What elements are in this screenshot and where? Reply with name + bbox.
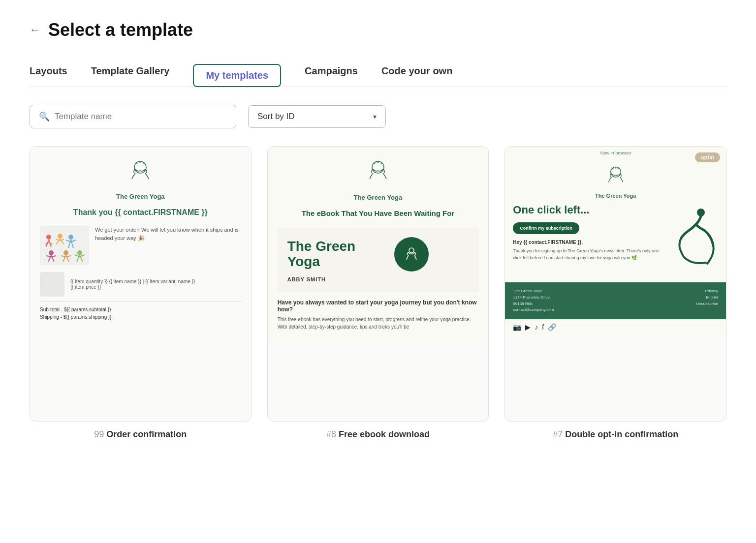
template-card-optin[interactable]: optin View in browser The Green Yoga [504, 146, 726, 440]
t2-heading: The eBook That You Have Been Waiting For [278, 208, 479, 218]
t3-logo: The Green Yoga [505, 159, 726, 199]
sort-label: Sort by ID [257, 112, 295, 121]
svg-point-14 [68, 235, 73, 240]
t2-subheading: Have you always wanted to start your yog… [278, 299, 479, 313]
svg-point-9 [58, 234, 63, 239]
svg-point-40 [612, 168, 613, 169]
t2-author: ABBY SMITH [287, 276, 469, 282]
facebook-icon: f [542, 323, 544, 331]
tab-my-templates[interactable]: My templates [193, 64, 281, 87]
t3-footer-links: Privacy Imprint Unsubscribe [696, 288, 718, 313]
tiktok-icon: ♪ [535, 323, 538, 331]
t1-totals: Sub-total - ${{ params.subtotal }} Shipp… [40, 307, 241, 320]
t1-item-image [40, 272, 64, 297]
svg-point-36 [377, 161, 379, 163]
svg-point-24 [63, 250, 68, 255]
t3-body: Thank you for signing up to The Green Yo… [513, 248, 669, 261]
svg-point-38 [409, 248, 414, 253]
t3-right-col [674, 204, 718, 273]
template-name-3: Double opt-in confirmation [565, 429, 678, 439]
t1-logo [40, 158, 241, 189]
t1-item-row: {{ item.quantity }} {{ item.name }} | {{… [40, 272, 241, 302]
search-input[interactable] [55, 112, 227, 121]
t2-yoga-circle [394, 237, 429, 272]
sort-dropdown[interactable]: Sort by ID ▾ [248, 105, 386, 128]
instagram-icon: 📷 [513, 323, 521, 331]
t2-title-big: The Green Yoga [287, 239, 387, 270]
t3-hey: Hey {{ contact.FIRSTNAME }}, [513, 239, 669, 246]
yoga-logo-icon-2 [361, 158, 395, 188]
template-card-order-confirmation[interactable]: The Green Yoga Thank you {{ contact.FIRS… [30, 146, 252, 440]
svg-point-4 [46, 235, 51, 240]
youtube-icon: ▶ [525, 323, 531, 331]
t2-brand: The Green Yoga [278, 194, 479, 201]
t3-content-area: One click left... Confirm my subscriptio… [505, 199, 726, 278]
svg-point-29 [77, 250, 82, 255]
template-number-1: 9 [94, 429, 99, 439]
template-label-2: #8 Free ebook download [267, 429, 489, 440]
t3-footer-address: The Green Yoga 1174 Plainview Drive 5613… [513, 288, 554, 313]
page-header: ← Select a template [30, 20, 726, 40]
svg-point-42 [618, 168, 619, 169]
filters-bar: 🔍 Sort by ID ▾ [30, 105, 726, 128]
template-name-1: Order confirmation [106, 429, 187, 439]
templates-grid: The Green Yoga Thank you {{ contact.FIRS… [30, 146, 726, 440]
t1-brand: The Green Yoga [40, 193, 241, 200]
back-button[interactable]: ← [30, 24, 40, 36]
t3-confirm-btn: Confirm my subscription [513, 222, 579, 234]
link-icon: 🔗 [548, 323, 556, 331]
svg-point-3 [143, 162, 145, 164]
t1-heading: Thank you {{ contact.FIRSTNAME }} [40, 207, 241, 218]
svg-point-19 [49, 250, 54, 255]
template-number-2: #8 [326, 429, 339, 439]
template-preview-3: optin View in browser The Green Yoga [504, 146, 726, 422]
tab-code-your-own[interactable]: Code your own [381, 65, 452, 86]
t2-main-content: The Green Yoga ABBY SMITH [278, 227, 479, 292]
search-container: 🔍 [30, 105, 236, 128]
tabs-bar: Layouts Template Gallery My templates Ca… [30, 64, 726, 87]
template-label-3: #7 Double opt-in confirmation [504, 429, 726, 440]
template-preview-1: The Green Yoga Thank you {{ contact.FIRS… [30, 146, 252, 422]
template-name-2: Free ebook download [339, 429, 430, 439]
search-icon: 🔍 [39, 111, 50, 122]
t3-left-col: One click left... Confirm my subscriptio… [513, 204, 669, 261]
t3-top-bar: View in browser [505, 147, 726, 159]
svg-point-2 [139, 161, 141, 163]
svg-point-37 [380, 162, 382, 164]
template-number-3: #7 [553, 429, 565, 439]
tab-layouts[interactable]: Layouts [30, 65, 67, 86]
t3-brand: The Green Yoga [515, 193, 716, 199]
template-preview-2: The Green Yoga The eBook That You Have B… [267, 146, 489, 422]
t2-logo [278, 158, 479, 190]
svg-point-1 [136, 162, 138, 164]
tab-campaigns[interactable]: Campaigns [305, 65, 358, 86]
t1-body-text: We got your order! We will let you know … [95, 226, 241, 242]
t1-item-info: {{ item.quantity }} {{ item.name }} | {{… [70, 279, 195, 290]
svg-point-41 [615, 167, 616, 168]
yoga-logo-icon [123, 158, 158, 188]
t1-people-image [40, 226, 89, 265]
optin-badge: optin [695, 152, 720, 162]
t3-heading: One click left... [513, 204, 669, 216]
chevron-down-icon: ▾ [373, 113, 377, 121]
template-label-1: 99 Order confirmation [30, 429, 252, 440]
template-card-ebook[interactable]: The Green Yoga The eBook That You Have B… [267, 146, 489, 440]
t2-body: This free ebook has everything you need … [278, 316, 479, 331]
t3-footer: The Green Yoga 1174 Plainview Drive 5613… [505, 282, 726, 319]
yoga-logo-icon-3 [601, 164, 630, 190]
t3-social-icons: 📷 ▶ ♪ f 🔗 [505, 319, 726, 335]
yoga-pose-icon [674, 204, 718, 272]
tab-template-gallery[interactable]: Template Gallery [91, 65, 170, 86]
svg-point-35 [374, 162, 376, 164]
page-title: Select a template [48, 20, 193, 40]
